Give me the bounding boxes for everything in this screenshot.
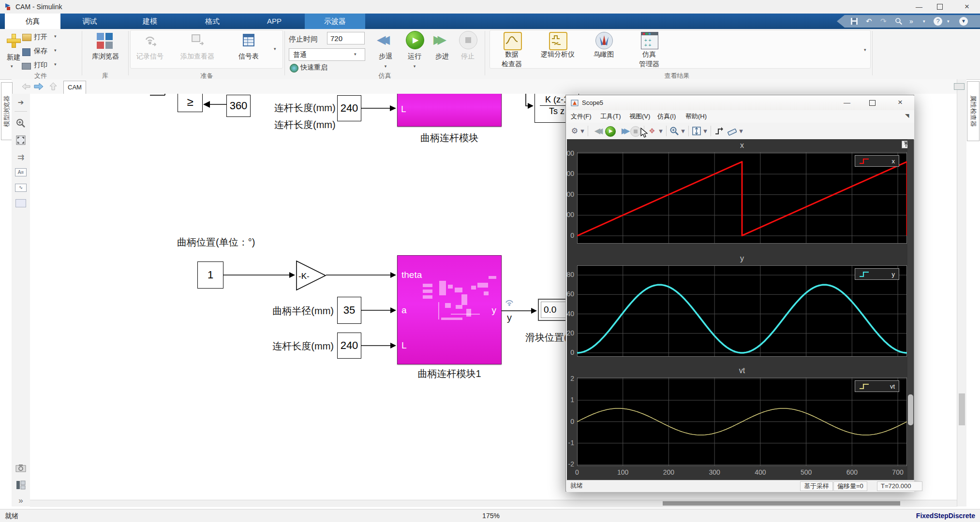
zoom-icon[interactable] [15, 118, 26, 129]
scope-scrollbar[interactable] [907, 139, 914, 480]
step-back-button[interactable]: 步退 [375, 52, 396, 61]
constant-360-block[interactable]: 360 [226, 95, 251, 117]
run-icon[interactable]: ▶ [406, 31, 424, 49]
scope-fit-icon[interactable] [692, 126, 701, 136]
scope-settings-caret-icon[interactable]: ▾ [580, 126, 585, 136]
constant-35-block[interactable]: 35 [337, 297, 361, 324]
logic-analyzer-button[interactable]: 逻辑分析仪 [536, 50, 579, 59]
close-button[interactable]: × [954, 0, 980, 14]
add-viewer-button[interactable]: 添加查看器 [174, 52, 221, 61]
tab-format[interactable]: 格式 [181, 14, 244, 29]
plot-legend-y[interactable]: y [855, 268, 899, 280]
sim-manager-button-line2[interactable]: 管理器 [632, 60, 667, 69]
scope-settings-icon[interactable]: ⚙ [570, 126, 579, 136]
minimize-button[interactable]: — [908, 0, 930, 14]
print-caret-icon[interactable]: ▾ [54, 62, 57, 67]
data-inspector-button-line2[interactable]: 检查器 [494, 60, 529, 69]
prepare-more-caret-icon[interactable]: ▾ [274, 46, 276, 51]
constant-240-top-block[interactable]: 240 [337, 95, 361, 121]
scope-minimize-button[interactable]: — [837, 96, 857, 109]
data-inspector-button-line1[interactable]: 数据 [497, 50, 526, 59]
restore-button[interactable] [930, 0, 951, 14]
signal-routing-icon[interactable]: ⇉ [15, 153, 27, 162]
scope-highlight-caret-icon[interactable]: ▾ [658, 126, 663, 136]
status-solver[interactable]: FixedStepDiscrete [885, 509, 975, 522]
badge-caret-icon[interactable]: ▾ [923, 15, 925, 28]
undo-icon[interactable]: ↶ [866, 15, 872, 28]
run-caret-icon[interactable]: ▾ [404, 64, 425, 69]
save-button[interactable]: 保存 [34, 47, 47, 56]
step-forward-icon[interactable]: ▶▶ [433, 31, 451, 48]
scope-title-bar[interactable]: Scope5 — × [566, 96, 914, 110]
hide-browser-icon[interactable]: ➔ [15, 98, 27, 107]
crank-link-subsystem-block[interactable]: L [397, 94, 502, 127]
breadcrumb-model-tab[interactable]: CAM [63, 81, 86, 94]
log-signals-button[interactable]: 记录信号 [132, 52, 168, 61]
scope-zoom-caret-icon[interactable]: ▾ [681, 126, 685, 136]
step-forward-button[interactable]: 步进 [431, 52, 453, 61]
constant-1-block[interactable]: 1 [197, 261, 223, 289]
scope-menu-tools[interactable]: 工具(T) [600, 110, 621, 123]
scope-maximize-button[interactable] [862, 96, 882, 109]
scope-menu-file[interactable]: 文件(F) [571, 110, 592, 123]
new-icon[interactable] [6, 33, 20, 47]
image-annotation-icon[interactable]: ∿ [15, 184, 27, 192]
scope-trigger-icon[interactable] [714, 126, 724, 136]
stop-time-input[interactable] [327, 32, 365, 44]
annotation-icon[interactable]: A≡ [15, 168, 27, 176]
gain-block[interactable]: -K- [296, 261, 327, 290]
keyboard-shortcut-icon[interactable] [954, 83, 965, 90]
scope-fit-caret-icon[interactable]: ▾ [703, 126, 708, 136]
plot-legend-vt[interactable]: vt [855, 380, 899, 392]
sim-manager-button-line1[interactable]: 仿真 [635, 50, 664, 59]
save-caret-icon[interactable]: ▾ [54, 48, 57, 53]
new-caret-icon[interactable]: ▾ [11, 64, 13, 69]
tab-simulation[interactable]: 仿真 [5, 14, 60, 29]
fit-to-view-icon[interactable] [15, 135, 26, 145]
step-back-icon[interactable]: ◀◀ [377, 31, 394, 48]
scope-menu-pin-icon[interactable]: ◥ [905, 113, 909, 119]
scope-close-button[interactable]: × [890, 96, 911, 109]
updates-icon[interactable]: ▼ [959, 17, 968, 26]
scope-step-forward-icon[interactable]: ▶▶ [618, 126, 630, 136]
scope-zoom-icon[interactable] [669, 126, 679, 136]
forward-icon[interactable] [34, 83, 44, 90]
redo-icon[interactable]: ↷ [880, 15, 887, 28]
v-scrollbar-thumb[interactable] [959, 393, 965, 425]
signal-table-button[interactable]: 信号表 [233, 52, 264, 61]
plot-legend-x[interactable]: x [855, 155, 899, 167]
open-button[interactable]: 打开 [34, 33, 47, 42]
up-icon[interactable] [49, 82, 57, 90]
scope-plot-area[interactable]: x4003002001000xy806040200yvt210-1-201002… [567, 139, 914, 480]
scope-run-icon[interactable]: ▶ [605, 126, 616, 137]
scope-menu-simulation[interactable]: 仿真(I) [657, 110, 676, 123]
tab-apps[interactable]: APP [244, 14, 305, 29]
tab-scope[interactable]: 示波器 [305, 14, 365, 29]
open-caret-icon[interactable]: ▾ [54, 34, 57, 39]
layout-icon[interactable] [15, 480, 26, 490]
help-icon[interactable]: ? [934, 17, 942, 26]
expand-palette-icon[interactable]: » [15, 496, 27, 506]
constant-240-bottom-block[interactable]: 240 [337, 333, 361, 359]
step-back-caret-icon[interactable]: ▾ [375, 64, 396, 69]
property-inspector-vertical-tab[interactable]: 属性检查器 [967, 81, 980, 141]
run-button[interactable]: 运行 [404, 52, 425, 61]
results-more-caret-icon[interactable]: ▾ [864, 47, 866, 52]
area-box-icon[interactable] [15, 199, 26, 207]
scope-scrollbar-thumb[interactable] [908, 394, 913, 425]
save-icon[interactable] [850, 17, 858, 25]
birds-eye-button[interactable]: 鸟瞰图 [587, 50, 620, 59]
fast-restart-button[interactable]: 快速重启 [300, 63, 327, 72]
h-scrollbar-thumb[interactable] [663, 501, 900, 506]
v-scrollbar[interactable] [957, 79, 966, 507]
scope-menu-help[interactable]: 帮助(H) [685, 110, 707, 123]
help-caret-icon[interactable]: ▾ [947, 15, 950, 28]
model-browser-vertical-tab[interactable]: 模型浏览器 [1, 82, 13, 140]
relational-operator-block[interactable]: ≥ [178, 94, 203, 112]
scope-window[interactable]: Scope5 — × 文件(F) 工具(T) 视图(V) 仿真(I) 帮助(H)… [565, 95, 914, 492]
badge-icon[interactable]: » [909, 15, 913, 28]
tab-modeling[interactable]: 建模 [119, 14, 181, 29]
library-browser-button[interactable]: 库浏览器 [83, 52, 128, 61]
scope-measurements-caret-icon[interactable]: ▾ [739, 126, 743, 136]
h-scrollbar[interactable] [30, 500, 957, 507]
